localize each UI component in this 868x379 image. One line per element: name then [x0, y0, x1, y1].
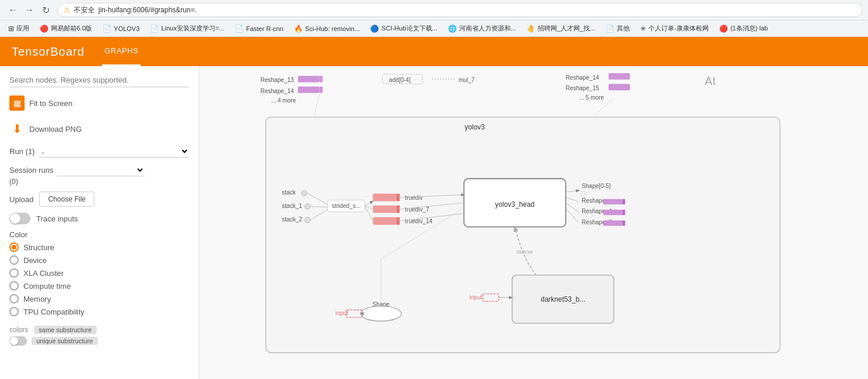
input-right-label: input	[469, 294, 482, 301]
bookmark-rcnn[interactable]: 📄 Faster R-cnn	[231, 23, 287, 34]
radio-memory	[9, 294, 19, 303]
sidebar: ▦ Fit to Screen ⬇ Download PNG Run (1) .…	[0, 66, 199, 379]
reshape4-out-block	[603, 210, 623, 215]
other-icon: 📄	[606, 25, 614, 33]
session-label: Session runs	[9, 166, 53, 175]
stack1-label: stack_1	[282, 203, 302, 209]
bookmark-msg-label: (1条消息) lab	[730, 24, 768, 33]
bookmark-scihub2-label: SCI-Hub论文下载...	[381, 24, 437, 33]
radio-xla	[9, 268, 19, 278]
radio-device-label: Device	[23, 256, 47, 265]
bookmark-henan[interactable]: 🌐 河南省人力资源和...	[445, 23, 520, 34]
reshape14-block-top	[298, 87, 320, 93]
run-label: Run (1)	[9, 147, 35, 156]
reshape14-block-tr	[609, 73, 630, 80]
reshape8-out-block	[603, 220, 623, 226]
download-icon: ⬇	[9, 121, 25, 136]
yolov3-head-label: yolov3_head	[495, 200, 534, 209]
session-select[interactable]	[57, 163, 145, 176]
choose-file-button[interactable]: Choose File	[39, 192, 94, 207]
linux-icon: 📄	[150, 25, 159, 33]
same-substructure-badge[interactable]: same substructure	[34, 326, 96, 334]
download-png-button[interactable]: ⬇ Download PNG	[9, 119, 189, 139]
reshape4-out-block2	[623, 210, 626, 215]
color-option-structure[interactable]: Structure	[9, 243, 189, 252]
color-section: Color Structure Device XLA Cluster Compu…	[9, 230, 189, 316]
bookmark-yolov3-label: YOLOV3	[114, 25, 139, 32]
darknet53-label: darknet53_b...	[541, 295, 585, 303]
yolov3-icon: 📄	[102, 25, 111, 33]
more-top-left-label: ... 4 more	[271, 97, 296, 104]
bookmark-scihub-label: Sci-Hub: removin...	[305, 25, 360, 32]
radio-device	[9, 255, 19, 265]
bookmark-apps[interactable]: ⊞ 应用	[5, 23, 33, 34]
toggle-knob	[10, 213, 20, 224]
bookmark-jobs[interactable]: 🤚 招聘网_人才网_找...	[523, 23, 599, 34]
trace-inputs-label: Trace inputs	[36, 214, 78, 223]
bookmark-scihub2[interactable]: 🔵 SCI-Hub论文下载...	[367, 23, 440, 34]
address-bar[interactable]: ⚠ 不安全 jin-huifang:6006/#graphs&run=.	[57, 3, 862, 17]
reshape-out-block	[603, 199, 623, 204]
yolov3-container-label: yolov3	[464, 123, 485, 131]
refresh-button[interactable]: ↻	[39, 3, 53, 17]
graph-svg: Reshape_13 Reshape_14 ... 4 more add[0-4…	[199, 66, 868, 379]
search-input[interactable]	[9, 73, 189, 87]
bookmark-jobs-label: 招聘网_人才网_找...	[538, 24, 595, 33]
reshape14-label-top: Reshape_14	[261, 88, 294, 94]
truediv-box	[373, 194, 397, 202]
bookmark-yolov3[interactable]: 📄 YOLOV3	[99, 23, 143, 34]
run-select[interactable]: .	[39, 145, 189, 158]
colors-row: colors same substructure	[9, 326, 189, 334]
stack2-circle	[305, 217, 310, 223]
truediv7-label: truediv_7	[405, 206, 430, 213]
run-row: Run (1) .	[9, 145, 189, 158]
app-title: TensorBoard	[12, 45, 84, 59]
reshape-out-label: Reshape	[582, 197, 606, 204]
radio-compute-label: Compute time	[23, 282, 71, 291]
reshape15-top-right: Reshape_15	[566, 85, 599, 91]
bookmark-email-label: 网易邮箱6.0版	[51, 24, 92, 33]
darknet-arrow-label: darknet	[517, 250, 533, 255]
forward-button[interactable]: →	[22, 3, 36, 17]
color-option-device[interactable]: Device	[9, 255, 189, 265]
color-option-xla[interactable]: XLA Cluster	[9, 268, 189, 278]
stack-label: stack	[282, 189, 296, 196]
back-button[interactable]: ←	[6, 3, 20, 17]
add04-label: add[0-4]	[389, 77, 411, 83]
mul7-label: mul_7	[459, 77, 475, 83]
security-warning-icon: ⚠	[64, 6, 70, 14]
fit-to-screen-button[interactable]: ▦ Fit to Screen	[9, 93, 189, 113]
bookmark-other[interactable]: 📄 其他	[602, 23, 633, 34]
radio-compute	[9, 281, 19, 291]
app-container: TensorBoard GRAPHS ▦ Fit to Screen ⬇ Dow…	[0, 37, 868, 379]
unique-substructure-badge[interactable]: unique substructure	[32, 337, 98, 345]
bookmark-rcnn-label: Faster R-cnn	[246, 25, 283, 32]
bookmark-msg[interactable]: 🔴 (1条消息) lab	[716, 23, 771, 34]
stack2-label: stack_2	[282, 216, 302, 223]
color-option-compute[interactable]: Compute time	[9, 281, 189, 291]
color-title: Color	[9, 230, 189, 239]
browser-bar: ← → ↻ ⚠ 不安全 jin-huifang:6006/#graphs&run…	[0, 0, 868, 21]
nav-graphs[interactable]: GRAPHS	[102, 37, 141, 66]
fit-screen-icon: ▦	[9, 95, 25, 111]
reshape13-block2	[319, 76, 322, 82]
reshape13-block	[298, 76, 320, 82]
truediv7-box2	[397, 206, 399, 213]
reshape13-label: Reshape_13	[261, 77, 294, 83]
bookmark-linux[interactable]: 📄 Linux安装深度学习=...	[146, 23, 228, 34]
top-left-connector	[314, 94, 319, 117]
scihub-icon: 🔥	[294, 25, 303, 33]
bookmark-email[interactable]: 🔴 网易邮箱6.0版	[36, 23, 95, 34]
color-option-tpu[interactable]: TPU Compatibility	[9, 307, 189, 316]
truediv7-box	[373, 206, 397, 213]
top-right-connector	[593, 98, 614, 117]
bookmark-henan-label: 河南省人力资源和...	[459, 24, 516, 33]
trace-inputs-toggle[interactable]	[9, 213, 30, 224]
app-header: TensorBoard GRAPHS	[0, 37, 868, 66]
radio-xla-label: XLA Cluster	[23, 269, 64, 278]
bookmark-health[interactable]: ✳ 个人订单-康康体检网	[637, 23, 712, 34]
color-option-memory[interactable]: Memory	[9, 294, 189, 303]
graph-area[interactable]: At Reshape_13 Reshape_14	[199, 66, 868, 379]
unique-substructure-toggle[interactable]	[9, 336, 27, 346]
bookmark-scihub[interactable]: 🔥 Sci-Hub: removin...	[291, 23, 364, 34]
